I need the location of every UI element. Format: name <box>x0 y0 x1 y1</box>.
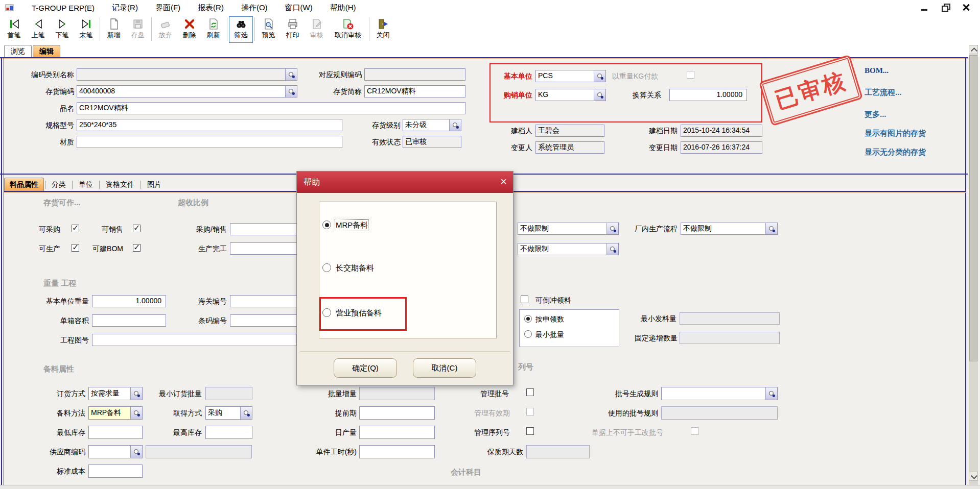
ok-button[interactable]: 确定(Q) <box>334 358 397 378</box>
lookup-icon[interactable] <box>606 243 618 255</box>
lookup-icon[interactable] <box>765 387 777 400</box>
link-more[interactable]: 更多... <box>865 110 886 119</box>
option-mrp-prep[interactable]: MRP备料 <box>336 221 368 230</box>
toolbar-filter[interactable]: 筛选 <box>229 16 253 43</box>
min-batch-radio[interactable] <box>524 330 532 338</box>
menu-tgroup-erp[interactable]: T-GROUP ERP(E) <box>32 4 95 12</box>
lookup-icon[interactable] <box>240 407 252 419</box>
lookup-icon[interactable] <box>285 86 297 97</box>
label-creator: 建档人 <box>496 126 532 135</box>
lookup-icon[interactable] <box>130 407 142 419</box>
toolbar-delete[interactable]: 删除 <box>177 16 201 43</box>
unit-weight-field[interactable]: 1.00000 <box>92 295 166 307</box>
restore-button[interactable] <box>940 2 953 13</box>
coding-category-field[interactable] <box>77 68 297 81</box>
toolbar-refresh[interactable]: 刷新 <box>201 16 225 43</box>
lookup-icon[interactable] <box>130 387 142 400</box>
min-stock-field[interactable] <box>88 426 143 439</box>
subtab-item-attributes[interactable]: 料品属性 <box>4 178 44 191</box>
item-code-field[interactable]: 400400008 <box>77 85 297 97</box>
daily-output-field[interactable] <box>359 426 435 439</box>
option-business-estimate-prep[interactable]: 营业预估备料 <box>336 308 382 318</box>
subtab-units[interactable]: 单位 <box>74 178 98 191</box>
toolbar-first-record[interactable]: 首笔 <box>2 16 26 43</box>
lookup-icon[interactable] <box>606 223 618 234</box>
lookup-icon[interactable] <box>285 69 297 80</box>
drawing-field[interactable] <box>92 334 296 346</box>
link-show-unclassified[interactable]: 显示无分类的存货 <box>865 148 926 157</box>
lookup-icon[interactable] <box>765 223 777 234</box>
conversion-field[interactable]: 1.00000 <box>669 89 747 101</box>
tab-edit[interactable]: 编辑 <box>33 45 60 58</box>
toolbar-new[interactable]: 新增 <box>102 16 126 43</box>
vertical-scrollbar[interactable] <box>969 45 978 485</box>
menu-interface[interactable]: 界面(F) <box>155 3 180 13</box>
link-show-with-images[interactable]: 显示有图片的存货 <box>865 129 926 138</box>
toolbar-cancel-audit[interactable]: 取消审核 <box>329 16 367 43</box>
option-long-lead-prep[interactable]: 长交期备料 <box>336 263 374 273</box>
can-sell-checkbox[interactable] <box>133 225 141 232</box>
toolbar-prev-record[interactable]: 上笔 <box>26 16 50 43</box>
by-request-radio[interactable] <box>524 315 532 323</box>
toolbar-last-record[interactable]: 末笔 <box>74 16 98 43</box>
tab-browse[interactable]: 浏览 <box>4 45 32 58</box>
prep-method-field[interactable]: MRP备料 <box>88 406 143 420</box>
item-abbr-field[interactable]: CR12MOV精料 <box>364 85 465 97</box>
scrollbar-thumb[interactable] <box>969 55 977 361</box>
max-stock-field[interactable] <box>205 426 252 439</box>
limit-field-b[interactable]: 不做限制 <box>518 243 619 255</box>
dialog-titlebar[interactable]: 帮助 × <box>297 172 513 193</box>
scroll-up-button[interactable] <box>969 45 978 54</box>
spec-field[interactable]: 250*240*35 <box>77 119 342 131</box>
backflush-checkbox[interactable] <box>521 296 528 303</box>
dialog-close-icon[interactable]: × <box>500 176 507 188</box>
base-unit-field[interactable]: PCS <box>535 70 606 82</box>
batch-rule-field[interactable] <box>661 387 778 400</box>
menu-report[interactable]: 报表(R) <box>198 3 224 13</box>
lookup-icon[interactable] <box>130 446 142 458</box>
factory-flow-field[interactable]: 不做限制 <box>681 223 778 235</box>
order-mode-field[interactable]: 按需求量 <box>88 387 143 400</box>
radio-mrp-prep[interactable] <box>322 221 331 229</box>
lookup-icon[interactable] <box>594 89 605 101</box>
menu-help[interactable]: 帮助(H) <box>330 3 356 13</box>
minimize-button[interactable] <box>918 2 931 13</box>
lookup-icon[interactable] <box>594 70 605 82</box>
lookup-icon[interactable] <box>449 119 461 131</box>
can-purchase-checkbox[interactable] <box>72 225 79 232</box>
can-bom-checkbox[interactable] <box>133 244 141 252</box>
menu-operate[interactable]: 操作(O) <box>241 3 268 13</box>
close-button[interactable] <box>960 2 973 13</box>
obtain-field[interactable]: 采购 <box>205 406 252 420</box>
lead-time-field[interactable] <box>359 406 435 420</box>
limit-field-a[interactable]: 不做限制 <box>518 223 619 235</box>
toolbar-print[interactable]: 打印 <box>281 16 305 43</box>
manage-serial-checkbox[interactable] <box>526 427 534 435</box>
supplier-field[interactable] <box>88 445 143 458</box>
rule-code-field[interactable] <box>364 68 465 81</box>
menu-record[interactable]: 记录(R) <box>112 3 138 13</box>
link-bom[interactable]: BOM... <box>865 66 889 75</box>
std-cost-field[interactable] <box>88 464 143 478</box>
menu-window[interactable]: 窗口(W) <box>285 3 313 13</box>
manage-batch-checkbox[interactable] <box>526 388 534 396</box>
radio-long-lead-prep[interactable] <box>322 263 331 272</box>
dialog-title: 帮助 <box>304 177 320 188</box>
scroll-down-button[interactable] <box>969 472 978 481</box>
toolbar-close[interactable]: 关闭 <box>371 16 395 43</box>
cancel-button[interactable]: 取消(C) <box>413 358 476 378</box>
trade-unit-field[interactable]: KG <box>535 89 606 101</box>
can-produce-checkbox[interactable] <box>72 244 79 252</box>
link-process-flow[interactable]: 工艺流程... <box>865 88 902 97</box>
unit-time-field[interactable] <box>359 445 435 458</box>
subtab-classification[interactable]: 分类 <box>46 178 71 191</box>
product-name-field[interactable]: CR12MOV精料 <box>77 102 465 114</box>
radio-business-estimate-prep[interactable] <box>322 308 331 317</box>
toolbar-preview[interactable]: 预览 <box>256 16 281 43</box>
box-volume-field[interactable] <box>92 314 166 327</box>
toolbar-next-record[interactable]: 下笔 <box>50 16 74 43</box>
level-field[interactable]: 未分级 <box>403 119 461 131</box>
subtab-qualification-files[interactable]: 资格文件 <box>101 178 139 191</box>
subtab-images[interactable]: 图片 <box>142 178 167 191</box>
material-field[interactable] <box>77 136 342 148</box>
